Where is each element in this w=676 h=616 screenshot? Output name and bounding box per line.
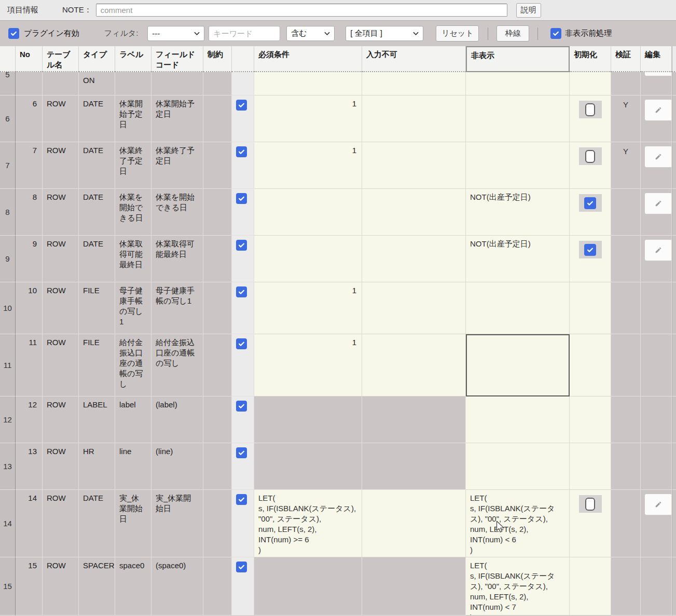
row-gutter: 8 (0, 189, 16, 236)
filter-select[interactable]: --- (147, 26, 204, 41)
cell-hidden-condition[interactable] (466, 282, 570, 334)
cell-no: 7 (16, 142, 43, 189)
check-icon (10, 30, 18, 37)
cell-edit (641, 557, 672, 615)
note-label: NOTE： (62, 5, 92, 15)
row-select-checkbox[interactable] (236, 100, 247, 111)
cell-init[interactable] (570, 282, 611, 334)
top-bar: 項目情報 NOTE： 説明 (0, 0, 676, 21)
check-icon (238, 402, 245, 410)
cell-hidden-condition[interactable]: LET( s, IF(ISBLANK(ステータス), "00", ステータス),… (466, 490, 570, 557)
cell-required-condition[interactable] (254, 189, 362, 236)
init-checkbox-wrap (579, 495, 602, 513)
cell-no-input-condition[interactable] (362, 490, 466, 557)
cell-init[interactable] (570, 95, 611, 142)
cell-init[interactable] (570, 396, 611, 443)
plugin-enabled-checkbox[interactable] (8, 28, 19, 39)
row-select-checkbox[interactable] (236, 562, 247, 572)
table-right-pad (672, 490, 676, 557)
cell-hidden-condition[interactable]: NOT(出産予定日) (466, 189, 570, 236)
edit-button[interactable] (645, 494, 672, 515)
cell-init[interactable] (570, 334, 611, 396)
cell-hidden-condition[interactable] (466, 72, 570, 95)
edit-button-partial[interactable] (645, 72, 672, 76)
preprocess-label: 非表示前処理 (565, 29, 612, 38)
init-checkbox-checked[interactable] (584, 197, 596, 209)
cell-table-name: ROW (43, 490, 79, 557)
row-select-checkbox[interactable] (236, 338, 247, 349)
cell-hidden-condition[interactable] (466, 334, 570, 396)
row-select-checkbox[interactable] (236, 146, 247, 157)
row-select-checkbox[interactable] (236, 447, 247, 458)
cell-no-input-condition[interactable] (362, 72, 466, 95)
cell-row-select (232, 142, 254, 189)
note-input[interactable] (96, 4, 507, 17)
cell-init[interactable] (570, 557, 611, 615)
cell-init[interactable] (570, 236, 611, 282)
border-button[interactable]: 枠線 (496, 25, 529, 42)
cell-hidden-condition[interactable]: NOT(出産予定日) (466, 236, 570, 282)
cell-field-code: 休業終了予定日 (151, 142, 203, 189)
cell-no-input-condition[interactable] (362, 282, 466, 334)
plugin-config-window: 項目情報 NOTE： 説明 プラグイン有効 フィルタ: --- 含む [ 全項目… (0, 0, 676, 616)
cell-init[interactable] (570, 142, 611, 189)
edit-button[interactable] (645, 240, 672, 261)
row-select-checkbox[interactable] (236, 240, 247, 251)
row-select-checkbox[interactable] (236, 401, 247, 412)
check-icon (586, 246, 594, 254)
cell-required-condition[interactable]: 1 (254, 282, 362, 334)
cell-no-input-condition[interactable] (362, 334, 466, 396)
cell-init[interactable] (570, 490, 611, 557)
cell-init[interactable] (570, 443, 611, 490)
match-select[interactable]: 含む (286, 26, 335, 41)
cell-no: 15 (16, 557, 43, 615)
cell-required-condition[interactable] (254, 72, 362, 95)
row-select-checkbox[interactable] (236, 494, 247, 505)
keyword-input[interactable] (209, 26, 280, 41)
column-header-no: No (16, 46, 43, 72)
cell-required-condition[interactable] (254, 236, 362, 282)
cell-table-name: ROW (43, 443, 79, 490)
cell-required-condition[interactable]: 1 (254, 95, 362, 142)
init-checkbox-unchecked[interactable] (585, 150, 595, 163)
row-select-checkbox[interactable] (236, 193, 247, 204)
cell-no-input-condition[interactable] (362, 142, 466, 189)
init-checkbox-unchecked[interactable] (585, 498, 595, 511)
cell-no: 6 (16, 95, 43, 142)
cell-required-condition[interactable]: 1 (254, 334, 362, 396)
reset-button[interactable]: リセット (436, 25, 479, 42)
row-number: 15 (3, 581, 12, 592)
check-icon (238, 563, 245, 571)
cell-hidden-condition[interactable] (466, 396, 570, 443)
cell-hidden-condition[interactable] (466, 443, 570, 490)
cell-no-input-condition[interactable] (362, 189, 466, 236)
cell-init[interactable] (570, 72, 611, 95)
cell-field-code: 休業を開始できる日 (151, 189, 203, 236)
cell-no: 12 (16, 396, 43, 443)
cell-no-input-condition[interactable] (362, 95, 466, 142)
help-button[interactable]: 説明 (516, 3, 541, 18)
field-select[interactable]: [ 全項目 ] (346, 26, 423, 41)
cell-no-input-condition[interactable] (362, 236, 466, 282)
init-checkbox-checked[interactable] (584, 244, 596, 256)
cell-field-code: 休業取得可能最終日 (151, 236, 203, 282)
cell-type: DATE (79, 236, 115, 282)
table-row-11: 1111ROWFILE給付金振込口座の通帳の写し給付金振込口座の通帳の写し1 (0, 334, 676, 396)
row-select-checkbox[interactable] (236, 286, 247, 297)
init-checkbox-unchecked[interactable] (585, 103, 595, 116)
cell-init[interactable] (570, 189, 611, 236)
cell-hidden-condition[interactable]: LET( s, IF(ISBLANK(ステータス), "00", ステータス),… (466, 557, 570, 615)
cell-label: label (115, 396, 151, 443)
cell-constraint (203, 142, 232, 189)
edit-button[interactable] (645, 193, 672, 214)
edit-button[interactable] (645, 146, 672, 167)
cell-hidden-condition[interactable] (466, 142, 570, 189)
edit-button[interactable] (645, 100, 672, 120)
table-row-7: 77ROWDATE休業終了予定日休業終了予定日1Y (0, 142, 676, 189)
cell-required-condition[interactable]: LET( s, IF(ISBLANK(ステータス), "00", ステータス),… (254, 490, 362, 557)
cell-label: 休業取得可能最終日 (115, 236, 151, 282)
preprocess-checkbox[interactable] (550, 28, 561, 39)
cell-hidden-condition[interactable] (466, 95, 570, 142)
cell-table-name (43, 72, 79, 95)
cell-required-condition[interactable]: 1 (254, 142, 362, 189)
